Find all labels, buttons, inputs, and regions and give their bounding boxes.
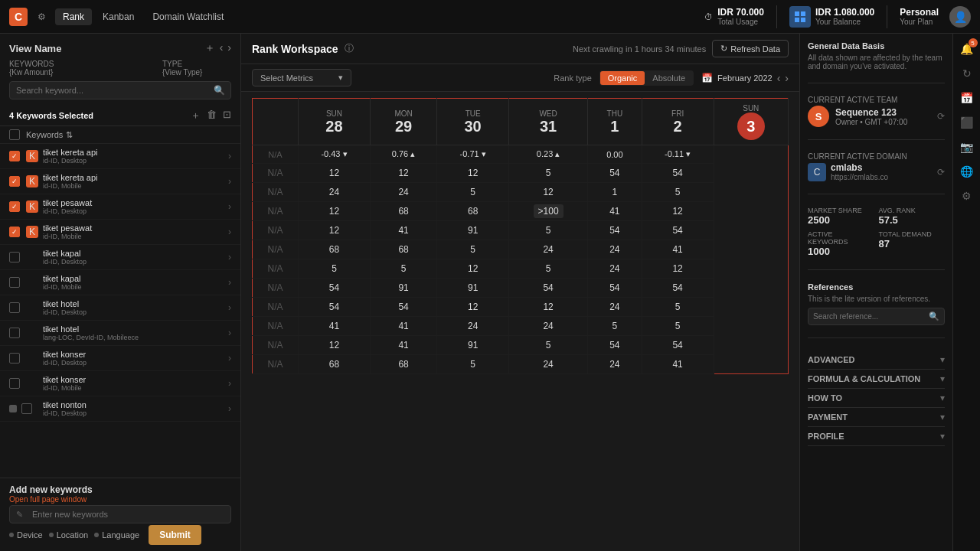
kw-chevron-1[interactable]: › [228,176,231,187]
avg-rank-value: 57.5 [879,214,946,226]
accordion-profile[interactable]: PROFILE ▾ [808,427,945,446]
domain-block: C cmlabs https://cmlabs.co ⟳ [808,162,945,181]
plan-balance-label: Your Balance [815,18,874,26]
delete-selected-icon[interactable]: 🗑 [207,109,217,122]
kw-row-1[interactable]: K tiket kereta api id-ID, Mobile › [0,169,240,194]
accordion-advanced[interactable]: ADVANCED ▾ [808,350,945,370]
ref-search-input[interactable] [808,308,924,324]
team-edit-icon[interactable]: ⟳ [937,111,945,122]
kw-chevron-2[interactable]: › [228,201,231,212]
kw-row-8[interactable]: tiket konser id-ID, Desktop › [0,346,240,371]
add-selected-icon[interactable]: ＋ [191,109,201,122]
kw-row-3[interactable]: K tiket pesawat id-ID, Mobile › [0,220,240,245]
kw-checkbox-1[interactable] [9,176,20,187]
domain-name: cmlabs [831,162,888,173]
kw-checkbox-0[interactable] [9,151,20,161]
enter-keywords-input[interactable] [26,506,224,523]
settings-icon[interactable]: ⚙ [34,9,49,24]
settings-bar-icon[interactable]: ⚙ [958,187,976,205]
cell-1-6: 5 [642,183,714,202]
nav-prev-icon[interactable]: ‹ [220,41,224,55]
device-chip[interactable]: Device [9,530,43,540]
calendar-bar-icon[interactable]: 📅 [958,89,976,107]
location-chip[interactable]: Location [49,530,89,540]
cell-10-2: 68 [370,355,436,374]
kw-row-9[interactable]: tiket konser id-ID, Mobile › [0,371,240,396]
active-kw-stat: ACTIVE KEYWORDS 1000 [808,230,874,257]
open-full-page-link[interactable]: Open full page window [9,495,231,504]
camera-icon[interactable]: 📷 [958,138,976,156]
select-metrics-button[interactable]: Select Metrics ▾ [252,69,351,86]
kw-chevron-6[interactable]: › [228,302,231,313]
avatar[interactable]: 👤 [949,6,971,28]
balance-separator [776,5,777,28]
cell-2-2: 68 [370,202,436,221]
kw-icon-2: K [26,201,38,213]
svg-rect-2 [795,18,799,22]
date-prev-btn[interactable]: ‹ [777,72,781,84]
kw-checkbox-10[interactable] [21,403,32,414]
language-chip[interactable]: Language [94,530,139,540]
kw-chevron-0[interactable]: › [228,151,231,161]
kw-row-4[interactable]: tiket kapal id-ID, Desktop › [0,245,240,270]
rank-tab-absolute[interactable]: Absolute [645,71,693,85]
domain-edit-icon[interactable]: ⟳ [937,167,945,178]
kw-checkbox-5[interactable] [9,277,20,288]
selected-count: 4 Keywords Selected [9,111,93,120]
kw-row-2[interactable]: K tiket pesawat id-ID, Desktop › [0,194,240,220]
kw-checkbox-6[interactable] [9,302,20,313]
tab-domain-watchlist[interactable]: Domain Watchlist [145,8,231,25]
accordion-howto[interactable]: HOW TO ▾ [808,389,945,408]
th-fri2: FRI 2 [642,99,714,145]
sort-icon[interactable]: ⇅ [66,130,73,140]
kw-row-10[interactable]: tiket nonton id-ID, Desktop › [0,396,240,422]
kw-row-6[interactable]: tiket hotel id-ID, Desktop › [0,295,240,321]
kw-checkbox-2[interactable] [9,201,20,212]
nav-next-icon[interactable]: › [227,41,231,55]
cell-0-6: 54 [642,164,714,183]
globe-icon[interactable]: 🌐 [958,162,976,181]
select-all-checkbox[interactable] [9,129,20,140]
rank-tab-organic[interactable]: Organic [600,71,645,85]
delta-3: -0.71 ▾ [437,145,509,164]
add-view-icon[interactable]: ＋ [204,41,215,55]
kw-chevron-3[interactable]: › [228,227,231,237]
history-icon[interactable]: ↻ [958,64,976,83]
kw-chevron-9[interactable]: › [228,378,231,389]
kw-meta-10: id-ID, Desktop [43,409,228,417]
refresh-button[interactable]: ↻ Refresh Data [712,40,789,57]
kw-checkbox-8[interactable] [9,353,20,364]
date-next-btn[interactable]: › [785,72,789,84]
kw-row-5[interactable]: tiket kapal id-ID, Mobile › [0,270,240,295]
cell-0-4: 5 [509,164,588,183]
kw-checkbox-3[interactable] [9,227,20,237]
table-row-7: N/A 54 54 12 12 24 5 [253,298,789,317]
divider-1 [808,83,945,83]
kw-chevron-8[interactable]: › [228,353,231,364]
kw-chevron-5[interactable]: › [228,277,231,288]
accordion-formula[interactable]: FORMULA & CALCULATION ▾ [808,370,945,389]
rank-type-tabs: Organic Absolute [599,70,694,86]
info-icon[interactable]: ⓘ [345,42,354,55]
ref-search-button[interactable]: 🔍 [924,308,944,324]
active-team-section: CURRENT ACTIVE TEAM S Sequence 123 Owner… [808,96,945,127]
kw-checkbox-7[interactable] [9,328,20,338]
kw-name-3: tiket pesawat [43,223,228,233]
kw-icon-3: K [26,226,38,238]
kw-chevron-4[interactable]: › [228,252,231,262]
kw-chevron-10[interactable]: › [228,403,231,414]
tab-rank[interactable]: Rank [55,8,92,25]
search-input[interactable] [9,81,231,99]
crawl-info: Next crawling in 1 hours 34 minutes [573,44,706,54]
kw-row-0[interactable]: K tiket kereta api id-ID, Desktop › [0,144,240,169]
tab-kanban[interactable]: Kanban [95,8,142,25]
kw-row-7[interactable]: tiket hotel lang-LOC, DevId-ID, Mobileec… [0,321,240,346]
kw-chevron-7[interactable]: › [228,328,231,338]
kw-checkbox-9[interactable] [9,378,20,389]
submit-button[interactable]: Submit [149,525,201,545]
kw-checkbox-4[interactable] [9,252,20,262]
copy-selected-icon[interactable]: ⊡ [223,109,231,122]
dashboard-icon[interactable]: ⬛ [958,113,976,132]
notification-icon[interactable]: 🔔 5 [958,40,976,58]
accordion-payment[interactable]: PAYMENT ▾ [808,408,945,427]
